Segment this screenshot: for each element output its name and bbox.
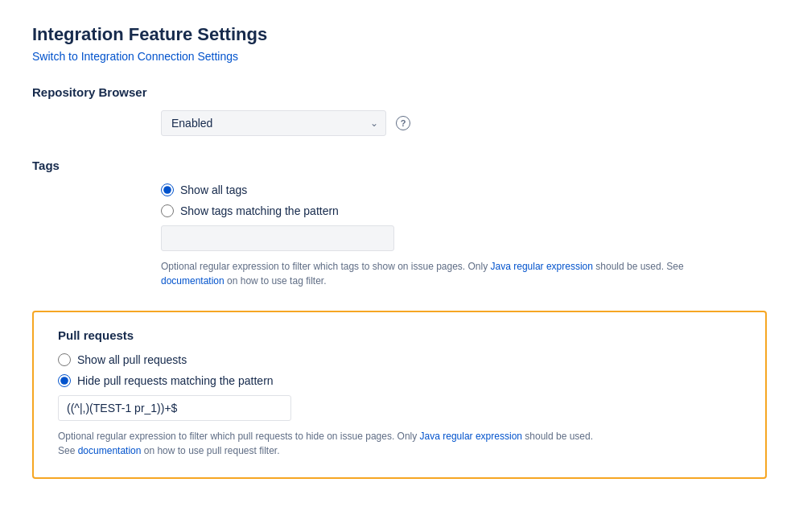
pr-documentation-link[interactable]: documentation xyxy=(78,445,142,456)
repository-browser-field-row: Enabled Disabled ⌄ ? xyxy=(161,110,767,136)
tags-documentation-link[interactable]: documentation xyxy=(161,275,224,287)
hide-prs-pattern-label: Hide pull requests matching the pattern xyxy=(77,374,274,387)
tags-label: Tags xyxy=(32,159,767,172)
tags-helper-text: Optional regular expression to filter wh… xyxy=(161,259,724,288)
pull-requests-radio-group: Show all pull requests Hide pull request… xyxy=(58,353,741,421)
help-icon[interactable]: ? xyxy=(396,116,410,130)
pr-helper-text: Optional regular expression to filter wh… xyxy=(58,429,621,458)
show-tags-pattern-option[interactable]: Show tags matching the pattern xyxy=(161,204,767,217)
tags-radio-group: Show all tags Show tags matching the pat… xyxy=(161,184,767,251)
show-all-prs-option[interactable]: Show all pull requests xyxy=(58,353,741,366)
pr-helper-middle: should be used. xyxy=(522,431,593,442)
repo-browser-select[interactable]: Enabled Disabled xyxy=(161,110,386,136)
pull-requests-section: Pull requests Show all pull requests Hid… xyxy=(32,311,767,479)
pull-requests-label: Pull requests xyxy=(58,328,741,342)
show-all-tags-radio[interactable] xyxy=(161,184,174,196)
show-tags-pattern-label: Show tags matching the pattern xyxy=(180,204,339,217)
show-all-prs-label: Show all pull requests xyxy=(77,353,187,366)
pr-helper-prefix: Optional regular expression to filter wh… xyxy=(58,431,420,442)
pr-java-regex-link[interactable]: Java regular expression xyxy=(420,431,522,442)
repository-browser-section: Repository Browser Enabled Disabled ⌄ ? xyxy=(32,85,767,136)
repository-browser-label: Repository Browser xyxy=(32,85,767,99)
show-all-tags-label: Show all tags xyxy=(180,184,247,196)
tags-helper-suffix: on how to use tag filter. xyxy=(224,275,327,287)
tags-pattern-input[interactable] xyxy=(161,225,394,251)
tags-section: Tags Show all tags Show tags matching th… xyxy=(32,159,767,288)
pr-see-label: See xyxy=(58,445,78,456)
pr-helper-suffix: on how to use pull request filter. xyxy=(141,445,279,456)
tags-helper-prefix: Optional regular expression to filter wh… xyxy=(161,261,491,272)
show-all-tags-option[interactable]: Show all tags xyxy=(161,184,767,196)
page-title: Integration Feature Settings xyxy=(32,24,767,45)
hide-prs-pattern-radio[interactable] xyxy=(58,374,71,387)
repo-browser-select-wrapper: Enabled Disabled ⌄ xyxy=(161,110,386,136)
pr-pattern-input[interactable] xyxy=(58,395,291,421)
show-tags-pattern-radio[interactable] xyxy=(161,204,174,217)
show-all-prs-radio[interactable] xyxy=(58,353,71,366)
tags-helper-middle: should be used. See xyxy=(593,261,684,272)
hide-prs-pattern-option[interactable]: Hide pull requests matching the pattern xyxy=(58,374,741,387)
switch-link[interactable]: Switch to Integration Connection Setting… xyxy=(32,50,238,63)
tags-java-regex-link[interactable]: Java regular expression xyxy=(491,261,593,272)
